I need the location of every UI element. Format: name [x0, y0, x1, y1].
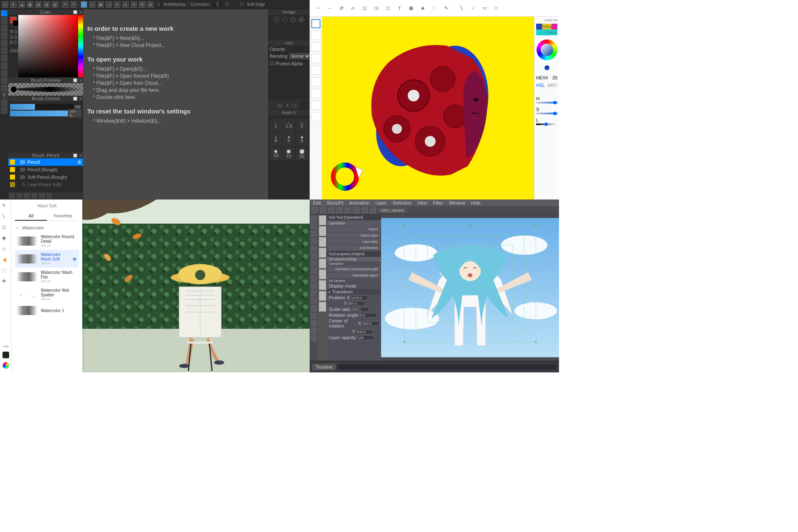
brushsize-cell[interactable]: 6	[283, 133, 295, 146]
select-tool[interactable]	[1, 62, 7, 69]
brushsize-cell[interactable]: 4	[270, 133, 282, 146]
tool[interactable]	[310, 283, 317, 289]
document-tab[interactable]: c001_camera	[378, 207, 407, 213]
fav-tab[interactable]: Favorites	[47, 212, 79, 221]
merge-icon[interactable]: ▾	[285, 102, 291, 108]
brushsize-cell[interactable]: 1	[270, 119, 282, 132]
brush-entry[interactable]: Watercolor 1	[15, 303, 79, 318]
brush-tool[interactable]	[1, 10, 7, 17]
gear-icon[interactable]: ⚙	[77, 160, 81, 165]
y-input[interactable]	[348, 301, 365, 306]
ticon[interactable]	[311, 207, 318, 214]
vtool[interactable]	[311, 31, 320, 40]
thumb[interactable]	[319, 215, 326, 225]
slice-icon[interactable]: ◳	[372, 4, 380, 12]
zoom-100-icon[interactable]: ⊡	[298, 17, 304, 22]
cloud-brush-icon[interactable]	[24, 193, 30, 199]
vtool[interactable]	[311, 112, 320, 121]
star-icon[interactable]: ☆	[492, 4, 500, 12]
folder-icon[interactable]: ▭	[292, 102, 298, 108]
shape-icon[interactable]: ◻	[384, 4, 392, 12]
color-wheel[interactable]	[537, 39, 557, 60]
select-icon[interactable]: ⬚	[2, 268, 10, 275]
crop-icon[interactable]: ▱	[349, 4, 357, 12]
menu-item[interactable]: View	[417, 200, 427, 205]
ticon[interactable]	[353, 207, 360, 214]
size-slider[interactable]: 20	[10, 104, 81, 110]
move-tool[interactable]	[1, 55, 7, 62]
color-picker[interactable]	[18, 15, 78, 77]
canvas[interactable]	[381, 214, 559, 361]
grid4-icon[interactable]: ▧	[52, 1, 58, 8]
persp-icon[interactable]: ◈	[419, 4, 427, 12]
tool[interactable]	[310, 328, 317, 334]
tool[interactable]	[310, 313, 317, 319]
ticon[interactable]	[369, 207, 376, 214]
zoom-in-icon[interactable]: +	[273, 17, 279, 22]
text-tool[interactable]: T	[1, 92, 7, 99]
snap5-icon[interactable]: ✳	[114, 1, 121, 8]
brushsize-cell[interactable]: 15	[283, 147, 295, 160]
snap2-icon[interactable]: ≡	[89, 1, 96, 8]
x-input[interactable]	[351, 296, 368, 300]
hue-slider[interactable]	[78, 15, 83, 77]
new-layer-icon[interactable]: ▫	[270, 102, 276, 108]
tool[interactable]	[310, 223, 317, 229]
brushsize-cell[interactable]: 2	[296, 119, 308, 132]
vtool[interactable]	[311, 77, 320, 86]
lasso-tool[interactable]	[1, 70, 7, 76]
menu-item[interactable]: Selection	[393, 200, 411, 205]
hand-tool[interactable]	[1, 100, 7, 106]
color-swatch[interactable]	[2, 352, 9, 358]
tool[interactable]	[310, 230, 317, 237]
timeline[interactable]: Timeline	[310, 361, 559, 372]
eyedrop-tool[interactable]	[1, 107, 7, 114]
snap3-icon[interactable]: ▦	[97, 1, 104, 8]
tool[interactable]	[310, 290, 317, 297]
thumb[interactable]	[319, 259, 326, 268]
thumb[interactable]	[319, 248, 326, 258]
pen-tool[interactable]	[1, 85, 7, 91]
brush-entry[interactable]: Watercolor Wash Flat350 px	[15, 268, 79, 286]
text-icon[interactable]: T	[395, 4, 404, 12]
menu-item[interactable]: Window	[449, 200, 465, 205]
grid-icon[interactable]: ▦	[27, 1, 33, 8]
vtool[interactable]	[311, 54, 320, 63]
tool[interactable]	[310, 275, 317, 282]
menu-item[interactable]: Layer	[375, 200, 387, 205]
thumb[interactable]	[319, 226, 326, 236]
ticon[interactable]	[345, 207, 351, 214]
subtool-item[interactable]: Select layer	[328, 233, 380, 238]
canvas[interactable]	[322, 17, 534, 200]
blend-select[interactable]: Normal	[289, 53, 311, 59]
trash-icon[interactable]	[47, 193, 52, 199]
vtool[interactable]	[311, 42, 320, 52]
subtool-item[interactable]: Edit timeline	[328, 245, 380, 251]
ticon[interactable]	[361, 207, 368, 214]
shape-tool[interactable]	[1, 32, 7, 39]
fill-tool[interactable]	[1, 47, 7, 54]
ticon[interactable]	[320, 207, 326, 214]
new-icon[interactable]: ◻	[2, 1, 8, 8]
grid2-icon[interactable]: ▤	[35, 1, 42, 8]
smudge-tool[interactable]	[1, 25, 7, 32]
brush-item[interactable]: 5Lead Pencil (HB)	[8, 181, 83, 188]
tool[interactable]	[310, 320, 317, 327]
menu-item[interactable]: Animation	[349, 200, 369, 205]
opacity-input[interactable]	[357, 335, 374, 340]
selected-color[interactable]	[544, 64, 550, 71]
thumb[interactable]	[319, 302, 326, 312]
cx-input[interactable]	[363, 321, 379, 326]
folder-icon[interactable]	[32, 193, 37, 199]
brush-entry[interactable]: Watercolor Round Detail200 px	[15, 232, 79, 250]
brush-item[interactable]: 20Pencil⚙	[8, 158, 83, 166]
arrow-icon[interactable]: →	[325, 4, 334, 12]
eraser-tool[interactable]	[1, 17, 7, 24]
vtool[interactable]	[311, 19, 320, 28]
shape-icon[interactable]: ◻	[2, 224, 10, 232]
ticon[interactable]	[328, 207, 335, 214]
menu-item[interactable]: Filter	[433, 200, 443, 205]
tool[interactable]	[310, 305, 317, 312]
path-icon[interactable]: 〰	[314, 4, 322, 12]
hsl-tab[interactable]: HSL	[536, 83, 545, 88]
